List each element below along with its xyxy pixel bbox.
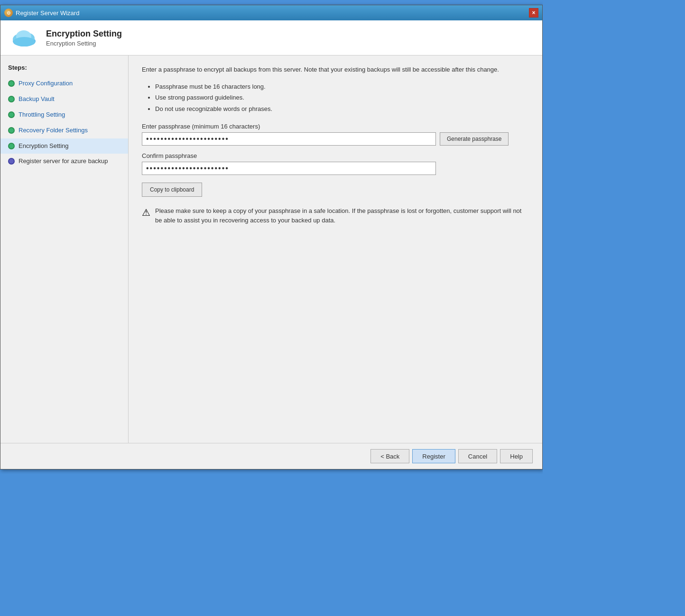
bullet-item-2: Use strong password guidelines. xyxy=(155,93,529,102)
confirm-passphrase-input[interactable] xyxy=(142,162,436,175)
step-dot-throttling xyxy=(8,111,15,118)
wizard-header: Encryption Setting Encryption Setting xyxy=(0,20,542,55)
warning-box: ⚠ Please make sure to keep a copy of you… xyxy=(142,206,529,225)
warning-text: Please make sure to keep a copy of your … xyxy=(155,206,529,225)
content-area: Enter a passphrase to encrypt all backup… xyxy=(129,55,542,443)
page-subtitle: Encryption Setting xyxy=(46,40,122,47)
step-dot-encryption xyxy=(8,143,15,149)
header-text: Encryption Setting Encryption Setting xyxy=(46,29,122,47)
step-dot-register xyxy=(8,158,15,165)
passphrase-row: Generate passphrase xyxy=(142,132,529,146)
register-button[interactable]: Register xyxy=(412,449,455,463)
help-button[interactable]: Help xyxy=(500,449,533,463)
bullet-item-1: Passphrase must be 16 characters long. xyxy=(155,82,529,92)
step-dot-vault xyxy=(8,96,15,102)
sidebar-item-throttling[interactable]: Throttling Setting xyxy=(0,107,128,123)
sidebar-item-register[interactable]: Register server for azure backup xyxy=(0,154,128,169)
main-area: Steps: Proxy Configuration Backup Vault … xyxy=(0,55,542,443)
sidebar-item-label-encryption: Encryption Setting xyxy=(19,142,69,150)
svg-point-4 xyxy=(13,37,35,46)
sidebar-item-label-recovery: Recovery Folder Settings xyxy=(19,127,88,135)
back-button[interactable]: < Back xyxy=(370,449,409,463)
description-text: Enter a passphrase to encrypt all backup… xyxy=(142,65,529,74)
sidebar-item-label-vault: Backup Vault xyxy=(19,95,55,103)
generate-passphrase-button[interactable]: Generate passphrase xyxy=(440,132,509,146)
app-icon: ⚙ xyxy=(4,9,13,17)
window-title: Register Server Wizard xyxy=(16,9,79,17)
main-window: ⚙ Register Server Wizard × Encryption Se… xyxy=(0,5,543,469)
sidebar-item-label-register: Register server for azure backup xyxy=(19,157,108,165)
sidebar-item-encryption[interactable]: Encryption Setting xyxy=(0,138,128,154)
warning-icon: ⚠ xyxy=(142,207,150,218)
footer: < Back Register Cancel Help xyxy=(0,443,542,469)
close-button[interactable]: × xyxy=(529,8,538,18)
bullet-list: Passphrase must be 16 characters long. U… xyxy=(142,82,529,114)
bullet-item-3: Do not use recognizable words or phrases… xyxy=(155,104,529,114)
sidebar: Steps: Proxy Configuration Backup Vault … xyxy=(0,55,129,443)
copy-to-clipboard-button[interactable]: Copy to clipboard xyxy=(142,183,202,197)
passphrase-label: Enter passphrase (minimum 16 characters) xyxy=(142,123,529,130)
step-dot-proxy xyxy=(8,80,15,87)
page-title: Encryption Setting xyxy=(46,29,122,39)
confirm-label: Confirm passphrase xyxy=(142,152,529,159)
cloud-icon xyxy=(10,27,38,48)
cancel-button[interactable]: Cancel xyxy=(458,449,497,463)
passphrase-input[interactable] xyxy=(142,132,436,146)
sidebar-item-label-proxy: Proxy Configuration xyxy=(19,80,73,88)
steps-label: Steps: xyxy=(0,61,128,76)
titlebar-left: ⚙ Register Server Wizard xyxy=(4,9,79,17)
step-dot-recovery xyxy=(8,127,15,134)
sidebar-item-proxy-config[interactable]: Proxy Configuration xyxy=(0,76,128,92)
sidebar-item-label-throttling: Throttling Setting xyxy=(19,111,65,119)
titlebar: ⚙ Register Server Wizard × xyxy=(0,5,542,20)
sidebar-item-backup-vault[interactable]: Backup Vault xyxy=(0,92,128,107)
sidebar-item-recovery[interactable]: Recovery Folder Settings xyxy=(0,123,128,138)
